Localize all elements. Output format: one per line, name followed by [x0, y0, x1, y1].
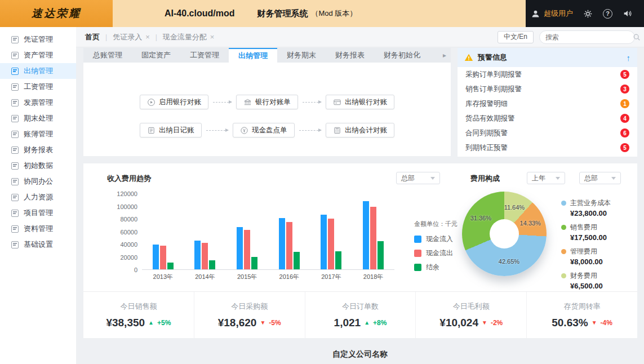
breadcrumb-separator: | [105, 33, 107, 41]
alert-row[interactable]: 采购订单到期报警5 [458, 67, 637, 82]
module-tab-出纳管理[interactable]: 出纳管理 [229, 48, 277, 63]
collapse-up-icon[interactable]: ↑ [627, 53, 631, 63]
expense-branch-select[interactable]: 总部 [579, 172, 621, 184]
warning-icon [464, 53, 473, 62]
sidebar-item-label: 人力资源 [24, 192, 53, 202]
tabs-scroll-right-icon[interactable]: ▸ [438, 48, 451, 63]
flow-button-启用银行对账[interactable]: 启用银行对账 [140, 95, 208, 109]
bar-legend: 现金流入现金流出结余 [414, 232, 453, 274]
trend-down-icon: ▼ [260, 319, 265, 326]
sidebar-item-资产管理[interactable]: 资产管理 [0, 47, 76, 63]
module-tab-总账管理[interactable]: 总账管理 [83, 48, 132, 63]
menu-icon [11, 83, 19, 91]
flow-row: 出纳日记账现金盘点单出纳会计对账 [83, 123, 451, 137]
sidebar-item-label: 资料管理 [24, 224, 53, 234]
sidebar-item-期末处理[interactable]: 期末处理 [0, 110, 76, 126]
x-tick-label: 2015年 [237, 273, 257, 281]
gear-icon[interactable] [583, 9, 593, 19]
bar-现金流入 [321, 215, 327, 269]
flow-button-现金盘点单[interactable]: 现金盘点单 [233, 123, 295, 137]
module-tab-财务期末[interactable]: 财务期末 [277, 48, 326, 63]
flow-button-出纳银行对账[interactable]: 出纳银行对账 [326, 95, 394, 109]
flow-button-label: 出纳会计对账 [345, 126, 387, 135]
module-tab-财务报表[interactable]: 财务报表 [326, 48, 374, 63]
bar-结余 [251, 257, 257, 269]
sidebar-item-出纳管理[interactable]: 出纳管理 [0, 63, 76, 79]
x-tick-label: 2018年 [363, 273, 383, 281]
bar-group [279, 218, 300, 269]
breadcrumb-home[interactable]: 首页 [85, 32, 100, 42]
sidebar-item-项目管理[interactable]: 项目管理 [0, 205, 76, 221]
alert-row[interactable]: 合同到期预警6 [458, 126, 637, 140]
bar-现金流入 [237, 227, 243, 269]
ai-lcode-badge[interactable]: AI L-code [6, 320, 65, 334]
sidebar-item-人力资源[interactable]: 人力资源 [0, 189, 76, 205]
bar-现金流出 [370, 207, 376, 269]
sidebar-item-label: 资产管理 [24, 50, 53, 60]
sound-icon[interactable] [623, 8, 633, 19]
alert-row[interactable]: 销售订单到期报警3 [458, 82, 637, 96]
stat-value-line: ¥10,024▼-2% [439, 317, 503, 329]
sidebar-item-财务报表[interactable]: 财务报表 [0, 142, 76, 158]
menu-icon [11, 147, 19, 154]
language-toggle-button[interactable]: 中文/En [498, 31, 534, 43]
alert-label: 货品有效期报警 [465, 114, 515, 123]
legend-label: 现金流出 [426, 248, 453, 258]
sidebar-item-协同办公[interactable]: 协同办公 [0, 174, 76, 189]
sidebar-item-label: 财务报表 [24, 145, 53, 155]
x-tick-label: 2014年 [195, 273, 215, 281]
sidebar-item-初始数据[interactable]: 初始数据 [0, 158, 76, 174]
alert-row[interactable]: 库存报警明细1 [458, 96, 637, 111]
ai-label: AI [6, 344, 23, 352]
module-tab-工资管理[interactable]: 工资管理 [180, 48, 229, 63]
donut-legend-label: 销售费用 [570, 223, 597, 232]
alert-count-badge: 5 [620, 70, 629, 79]
bar-现金流出 [328, 219, 334, 269]
legend-dot [561, 225, 566, 230]
module-tab-财务初始化[interactable]: 财务初始化 [374, 48, 430, 63]
flow-button-银行对账单[interactable]: 银行对账单 [236, 95, 298, 109]
legend-dot [561, 273, 566, 278]
ai-sdgpt-badge[interactable]: AI SD-GPT [6, 341, 65, 355]
donut-legend-amount: ¥6,500.00 [570, 282, 611, 290]
flow-button-label: 现金盘点单 [252, 126, 287, 135]
bar-结余 [167, 263, 174, 269]
alert-label: 库存报警明细 [465, 99, 508, 109]
breadcrumb-tab[interactable]: 现金流量分配× [163, 32, 215, 42]
y-axis: 020000400006000080000100000120000 [106, 194, 141, 270]
bar-group [237, 227, 257, 269]
close-icon[interactable]: × [210, 33, 215, 41]
chevron-down-icon [611, 177, 616, 180]
module-tab-固定资产[interactable]: 固定资产 [132, 48, 180, 63]
sidebar-item-工资管理[interactable]: 工资管理 [0, 79, 76, 95]
legend-swatch [414, 264, 421, 271]
search-input[interactable] [545, 33, 633, 41]
alert-row[interactable]: 到期转正预警5 [458, 140, 637, 155]
expense-period-select[interactable]: 上年 [527, 172, 565, 184]
flow-button-出纳日记账[interactable]: 出纳日记账 [140, 123, 202, 137]
stat-card: 今日销售额¥38,350▲+5% [83, 292, 194, 338]
menu-icon [11, 162, 19, 170]
alert-label: 采购订单到期报警 [465, 70, 522, 79]
sidebar-item-资料管理[interactable]: 资料管理 [0, 221, 76, 237]
legend-label: 现金流入 [426, 234, 453, 244]
sidebar-item-凭证管理[interactable]: 凭证管理 [0, 32, 76, 47]
search-box[interactable] [539, 30, 635, 44]
help-icon[interactable]: ? [603, 9, 612, 19]
donut-legend-amount: ¥17,500.00 [570, 233, 611, 242]
breadcrumb-tab[interactable]: 凭证录入× [113, 32, 150, 42]
sidebar-item-label: 初始数据 [24, 161, 53, 171]
sidebar-item-账簿管理[interactable]: 账簿管理 [0, 126, 76, 142]
menu-icon [11, 225, 19, 233]
user-menu[interactable]: 超级用户 [531, 8, 573, 19]
sidebar-item-基础设置[interactable]: 基础设置 [0, 237, 76, 252]
sidebar-item-label: 账簿管理 [24, 129, 53, 139]
trend-down-icon: ▼ [592, 319, 597, 326]
stat-label: 今日采购额 [231, 301, 268, 312]
stat-card: 今日采购额¥18,620▼-5% [194, 292, 305, 338]
close-icon[interactable]: × [145, 33, 150, 41]
sidebar-item-发票管理[interactable]: 发票管理 [0, 95, 76, 110]
alert-row[interactable]: 货品有效期报警4 [458, 111, 637, 126]
flow-button-出纳会计对账[interactable]: 出纳会计对账 [326, 123, 394, 137]
trend-branch-select[interactable]: 总部 [396, 172, 440, 184]
